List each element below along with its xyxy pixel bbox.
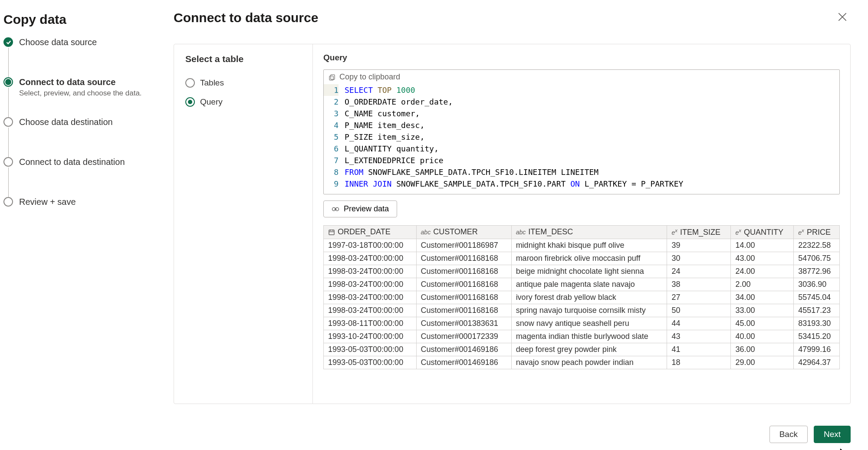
content-box: Select a table Tables Query Query: [174, 44, 851, 404]
table-cell: 2.00: [731, 278, 794, 291]
table-cell: 27: [667, 291, 731, 304]
table-row[interactable]: 1998-03-24T00:00:00Customer#001168168mar…: [324, 252, 840, 265]
table-cell: 42964.37: [794, 356, 840, 369]
table-header[interactable]: ORDER_DATE: [324, 226, 417, 239]
table-cell: 45517.23: [794, 304, 840, 317]
header-text: PRICE: [807, 228, 831, 236]
table-cell: navajo snow peach powder indian: [511, 356, 667, 369]
table-cell: 50: [667, 304, 731, 317]
query-section-label: Query: [323, 53, 840, 62]
table-cell: 54706.75: [794, 252, 840, 265]
table-cell: 24: [667, 265, 731, 278]
sql-editor[interactable]: Copy to clipboard 123456789 SELECT TOP 1…: [323, 69, 840, 194]
radio-query[interactable]: Query: [185, 97, 301, 107]
table-cell: midnight khaki bisque puff olive: [511, 239, 667, 252]
table-header[interactable]: exITEM_SIZE: [667, 226, 731, 239]
table-row[interactable]: 1998-03-24T00:00:00Customer#001168168spr…: [324, 304, 840, 317]
wizard-step-1[interactable]: Connect to data sourceSelect, preview, a…: [3, 77, 152, 117]
step-connector: [8, 48, 9, 78]
page-title: Connect to data source: [174, 10, 318, 25]
table-cell: 1998-03-24T00:00:00: [324, 278, 417, 291]
table-cell: 29.00: [731, 356, 794, 369]
main-header: Connect to data source: [174, 9, 851, 26]
number-type-icon: ex: [735, 229, 741, 236]
table-row[interactable]: 1993-05-03T00:00:00Customer#001469186nav…: [324, 356, 840, 369]
table-header[interactable]: exQUANTITY: [731, 226, 794, 239]
table-cell: magenta indian thistle burlywood slate: [511, 330, 667, 343]
number-type-icon: ex: [798, 229, 804, 236]
table-row[interactable]: 1997-03-18T00:00:00Customer#001186987mid…: [324, 239, 840, 252]
link-icon: [332, 206, 339, 212]
svg-rect-2: [329, 230, 334, 235]
table-header[interactable]: abcCUSTOMER: [416, 226, 511, 239]
step-marker: [3, 117, 13, 127]
next-button[interactable]: Next: [814, 426, 851, 443]
table-cell: 24.00: [731, 265, 794, 278]
radio-query-marker: [185, 97, 195, 107]
code-area[interactable]: SELECT TOP 1000O_ORDERDATE order_date,C_…: [345, 84, 683, 190]
number-type-icon: ex: [671, 229, 677, 236]
table-row[interactable]: 1998-03-24T00:00:00Customer#001168168ant…: [324, 278, 840, 291]
table-header[interactable]: abcITEM_DESC: [511, 226, 667, 239]
check-icon: [6, 39, 11, 45]
table-cell: 53415.20: [794, 330, 840, 343]
preview-label: Preview data: [344, 204, 389, 214]
header-text: ORDER_DATE: [338, 227, 391, 236]
table-cell: 40.00: [731, 330, 794, 343]
table-row[interactable]: 1998-03-24T00:00:00Customer#001168168bei…: [324, 265, 840, 278]
table-cell: 14.00: [731, 239, 794, 252]
header-text: ITEM_SIZE: [680, 228, 720, 236]
radio-tables-marker: [185, 78, 195, 88]
table-cell: beige midnight chocolate light sienna: [511, 265, 667, 278]
preview-data-button[interactable]: Preview data: [323, 200, 397, 217]
select-table-panel: Select a table Tables Query: [174, 44, 313, 404]
table-cell: 44: [667, 317, 731, 330]
table-cell: 83193.30: [794, 317, 840, 330]
table-cell: Customer#001186987: [416, 239, 511, 252]
wizard-step-0[interactable]: Choose data source: [3, 37, 152, 77]
table-row[interactable]: 1993-05-03T00:00:00Customer#001469186dee…: [324, 343, 840, 356]
table-row[interactable]: 1993-10-24T00:00:00Customer#000172339mag…: [324, 330, 840, 343]
step-body: Choose data destination: [19, 117, 113, 157]
table-row[interactable]: 1993-08-11T00:00:00Customer#001383631sno…: [324, 317, 840, 330]
table-cell: 1998-03-24T00:00:00: [324, 252, 417, 265]
back-button[interactable]: Back: [769, 426, 808, 443]
table-cell: 38: [667, 278, 731, 291]
close-button[interactable]: [834, 9, 851, 26]
main-panel: Connect to data source Select a table Ta…: [161, 0, 868, 450]
table-cell: 1997-03-18T00:00:00: [324, 239, 417, 252]
table-cell: 47999.16: [794, 343, 840, 356]
table-cell: 45.00: [731, 317, 794, 330]
step-body: Choose data source: [19, 37, 97, 77]
query-panel: Query Copy to clipboard 123456789: [313, 44, 850, 404]
table-cell: 36.00: [731, 343, 794, 356]
step-label: Connect to data source: [19, 77, 142, 87]
table-body: 1997-03-18T00:00:00Customer#001186987mid…: [324, 239, 840, 369]
table-header[interactable]: exPRICE: [794, 226, 840, 239]
table-cell: 22322.58: [794, 239, 840, 252]
table-cell: 34.00: [731, 291, 794, 304]
step-body: Connect to data destination: [19, 157, 125, 197]
table-cell: Customer#001383631: [416, 317, 511, 330]
table-row[interactable]: 1998-03-24T00:00:00Customer#001168168ivo…: [324, 291, 840, 304]
step-body: Review + save: [19, 197, 76, 237]
radio-query-label: Query: [200, 97, 223, 107]
step-label: Review + save: [19, 197, 76, 207]
wizard-sidebar: Copy data Choose data sourceConnect to d…: [0, 0, 161, 450]
wizard-step-4[interactable]: Review + save: [3, 197, 152, 237]
text-type-icon: abc: [421, 229, 431, 236]
step-label: Choose data destination: [19, 117, 113, 127]
copy-to-clipboard-button[interactable]: Copy to clipboard: [328, 72, 400, 82]
clipboard-icon: [328, 73, 336, 81]
sidebar-title: Copy data: [3, 12, 152, 27]
preview-table: ORDER_DATEabcCUSTOMERabcITEM_DESCexITEM_…: [323, 225, 840, 369]
wizard-step-3[interactable]: Connect to data destination: [3, 157, 152, 197]
table-cell: spring navajo turquoise cornsilk misty: [511, 304, 667, 317]
wizard-step-2[interactable]: Choose data destination: [3, 117, 152, 157]
step-marker: [3, 77, 13, 87]
step-marker: [3, 157, 13, 167]
table-cell: 38772.96: [794, 265, 840, 278]
table-cell: Customer#001168168: [416, 291, 511, 304]
table-cell: 43.00: [731, 252, 794, 265]
radio-tables[interactable]: Tables: [185, 78, 301, 88]
